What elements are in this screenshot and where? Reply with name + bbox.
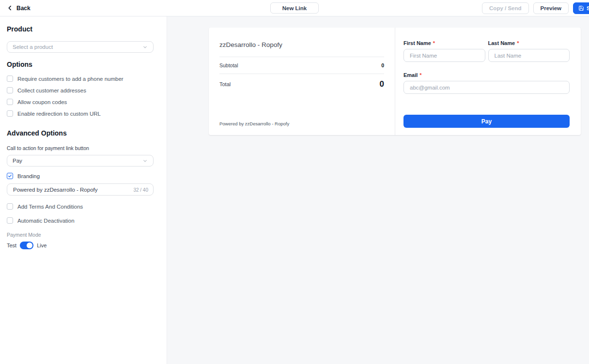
subtotal-value: 0 bbox=[381, 62, 384, 68]
option-label: Collect customer addresses bbox=[17, 88, 86, 93]
payment-mode-live-label: Live bbox=[37, 243, 46, 248]
order-summary-pane: zzDesarrollo - Ropofy Subtotal 0 Total 0… bbox=[209, 28, 395, 135]
first-name-group: First Name * bbox=[403, 40, 485, 62]
option-label: Allow coupon codes bbox=[17, 99, 67, 105]
toggle-knob bbox=[27, 243, 32, 248]
option-redirect-custom-url[interactable]: Enable redirection to custom URL bbox=[7, 110, 154, 117]
powered-by-text: Powered by zzDesarrollo - Ropofy bbox=[219, 121, 384, 126]
product-heading: Product bbox=[7, 25, 154, 33]
pay-button[interactable]: Pay bbox=[403, 115, 570, 128]
back-label: Back bbox=[16, 5, 31, 12]
chevron-down-icon bbox=[142, 158, 148, 164]
payment-link-preview-area: zzDesarrollo - Ropofy Subtotal 0 Total 0… bbox=[167, 16, 589, 364]
topbar: Back New Link Copy / Send Preview Save bbox=[0, 0, 589, 16]
branding-label: Branding bbox=[17, 173, 40, 179]
email-input[interactable] bbox=[403, 81, 570, 94]
last-name-group: Last Name * bbox=[488, 40, 570, 62]
product-select-placeholder: Select a product bbox=[13, 44, 53, 50]
checkbox-checked-icon bbox=[7, 173, 13, 179]
payment-mode-label: Payment Mode bbox=[7, 232, 154, 238]
checkbox-icon bbox=[7, 110, 13, 117]
automatic-deactivation-checkbox-row[interactable]: Automatic Deactivation bbox=[7, 217, 154, 224]
checkbox-icon bbox=[7, 87, 13, 93]
option-require-phone[interactable]: Require customers to add a phone number bbox=[7, 76, 154, 82]
customer-form-pane: First Name * Last Name * bbox=[395, 28, 581, 135]
last-name-label: Last Name bbox=[488, 40, 515, 46]
payment-preview-card: zzDesarrollo - Ropofy Subtotal 0 Total 0… bbox=[209, 28, 581, 135]
checkbox-icon bbox=[7, 203, 13, 210]
payment-mode-row: Test Live bbox=[7, 242, 154, 249]
branding-checkbox-row[interactable]: Branding bbox=[7, 173, 154, 179]
total-label: Total bbox=[219, 81, 231, 87]
required-asterisk: * bbox=[433, 40, 435, 46]
topbar-actions: Copy / Send Preview Save bbox=[482, 2, 589, 14]
save-button[interactable]: Save bbox=[573, 2, 589, 14]
checkbox-icon bbox=[7, 99, 13, 105]
copy-send-button[interactable]: Copy / Send bbox=[482, 2, 528, 14]
subtotal-row: Subtotal 0 bbox=[219, 57, 384, 74]
email-label: Email bbox=[403, 72, 418, 78]
subtotal-label: Subtotal bbox=[219, 62, 238, 68]
product-select[interactable]: Select a product bbox=[7, 41, 154, 53]
first-name-input[interactable] bbox=[403, 49, 485, 62]
option-label: Require customers to add a phone number bbox=[17, 76, 124, 82]
branding-text-field: 32 / 40 bbox=[7, 183, 154, 196]
option-allow-coupons[interactable]: Allow coupon codes bbox=[7, 99, 154, 105]
new-link-button[interactable]: New Link bbox=[270, 2, 319, 14]
chevron-down-icon bbox=[142, 45, 148, 50]
add-terms-checkbox-row[interactable]: Add Terms And Conditions bbox=[7, 203, 154, 210]
automatic-deactivation-label: Automatic Deactivation bbox=[17, 218, 75, 224]
branding-text-input[interactable] bbox=[7, 184, 153, 195]
advanced-options-heading: Advanced Options bbox=[7, 129, 154, 137]
save-icon bbox=[578, 5, 584, 11]
cta-select[interactable]: Pay bbox=[7, 155, 154, 167]
last-name-input[interactable] bbox=[488, 49, 570, 62]
options-heading: Options bbox=[7, 61, 154, 68]
payment-mode-toggle[interactable] bbox=[20, 242, 33, 249]
first-name-label: First Name bbox=[403, 40, 431, 46]
save-label: Save bbox=[587, 5, 589, 11]
cta-field-label: Call to action for payment link button bbox=[7, 145, 154, 151]
back-button[interactable]: Back bbox=[7, 5, 31, 12]
option-collect-addresses[interactable]: Collect customer addresses bbox=[7, 87, 154, 93]
total-row: Total 0 bbox=[219, 74, 384, 89]
checkbox-icon bbox=[7, 76, 13, 82]
chevron-left-icon bbox=[7, 5, 13, 11]
add-terms-label: Add Terms And Conditions bbox=[17, 204, 83, 210]
required-asterisk: * bbox=[419, 72, 421, 78]
merchant-title: zzDesarrollo - Ropofy bbox=[219, 41, 384, 48]
cta-selected-value: Pay bbox=[13, 158, 22, 164]
email-group: Email * bbox=[403, 72, 570, 94]
char-counter: 32 / 40 bbox=[133, 187, 148, 192]
required-asterisk: * bbox=[517, 40, 519, 46]
payment-mode-test-label: Test bbox=[7, 243, 16, 248]
checkbox-icon bbox=[7, 217, 13, 224]
settings-sidebar: Product Select a product Options Require… bbox=[0, 16, 167, 364]
option-label: Enable redirection to custom URL bbox=[17, 111, 101, 117]
preview-button[interactable]: Preview bbox=[533, 2, 569, 14]
total-value: 0 bbox=[380, 79, 384, 89]
